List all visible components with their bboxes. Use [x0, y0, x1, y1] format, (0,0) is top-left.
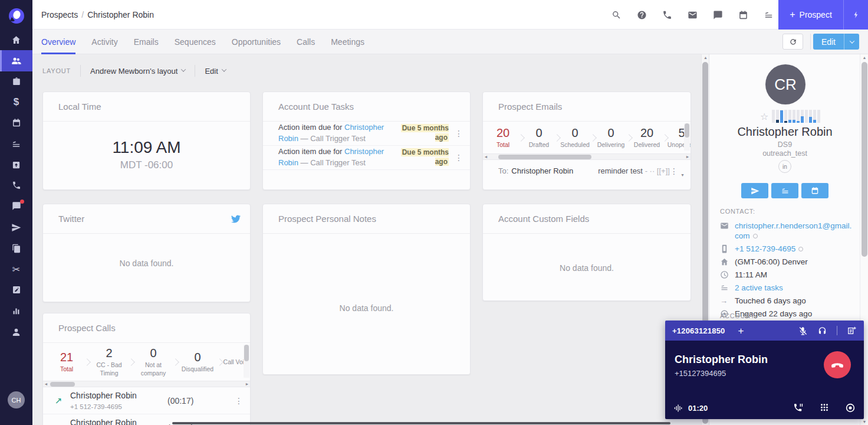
sidebar-item-calendar[interactable] — [0, 113, 32, 133]
sidebar-item-accounts[interactable] — [0, 71, 32, 91]
prospect-name: Christopher Robin — [709, 125, 860, 139]
task-list-icon[interactable] — [764, 10, 774, 20]
call-stats: 21Total 2CC - Bad Timing 0Not at company… — [43, 343, 250, 381]
sidebar-item-snippets[interactable]: ✂ — [0, 259, 32, 279]
task-row[interactable]: Action item due for Christopher Robin — … — [263, 122, 470, 146]
sidebar-item-chat[interactable] — [0, 196, 32, 216]
window-bottom-scrollbar[interactable] — [172, 422, 670, 424]
active-tasks-link[interactable]: 2 active tasks — [735, 283, 783, 293]
scissors-icon: ✂ — [12, 264, 20, 275]
schedule-meeting-button[interactable] — [801, 183, 828, 198]
due-badge: Due 5 months ago — [394, 124, 449, 142]
user-avatar[interactable]: CH — [8, 391, 25, 408]
call-prospect-number: +15127394695 — [675, 369, 726, 378]
edit-button[interactable]: Edit — [813, 34, 859, 50]
tab-sequences[interactable]: Sequences — [175, 30, 216, 54]
tab-overview[interactable]: Overview — [41, 30, 75, 54]
tab-activity[interactable]: Activity — [91, 30, 117, 54]
sidebar-item-outbox[interactable] — [0, 155, 32, 175]
tab-opportunities[interactable]: Opportunities — [232, 30, 281, 54]
task-menu-kebab[interactable]: ⋮ — [455, 153, 463, 162]
call-row[interactable]: ↗ Christopher Robin+1 512-739-4695 (00:1… — [43, 387, 250, 414]
plus-icon: + — [790, 9, 795, 20]
calls-horizontal-scrollbar[interactable]: ◄► — [43, 381, 250, 387]
email-status-icon[interactable] — [753, 234, 758, 238]
sidebar-item-notes[interactable] — [0, 280, 32, 300]
refresh-button[interactable] — [782, 34, 803, 50]
engagement-chart — [772, 110, 820, 123]
sidebar-item-tasks[interactable] — [0, 134, 32, 154]
toolbar-divider — [810, 34, 811, 50]
prospect-email[interactable]: christopher.r.henderson1@gmail.com — [735, 221, 851, 240]
custom-fields-empty-state: No data found. — [483, 263, 691, 273]
layout-edit-button[interactable]: Edit — [205, 67, 225, 76]
quick-actions-button[interactable] — [843, 0, 868, 30]
stat-not-at-company: 0Not at company — [134, 343, 173, 381]
sidebar-item-users-admin[interactable] — [0, 322, 32, 342]
right-scrollbar-thumb[interactable] — [862, 62, 867, 257]
hangup-button[interactable] — [824, 351, 851, 378]
calls-vertical-scrollbar[interactable] — [244, 345, 249, 378]
dialpad-icon[interactable] — [819, 403, 830, 413]
mute-mic-icon[interactable] — [798, 326, 808, 336]
sidebar-item-prospects[interactable] — [0, 50, 32, 71]
due-badge: Due 5 months ago — [394, 148, 449, 166]
search-icon[interactable] — [611, 10, 622, 20]
help-icon[interactable] — [637, 10, 647, 20]
email-stats: 20Total 0Drafted 0Scheduled 0Delivering … — [483, 122, 691, 153]
widget-prospect-calls: Prospect Calls 21Total 2CC - Bad Timing … — [42, 313, 251, 425]
widget-twitter: Twitter No data found. — [42, 204, 251, 302]
prospect-company: outreach_test — [709, 149, 860, 158]
linkedin-icon[interactable]: in — [778, 160, 791, 173]
tab-calls[interactable]: Calls — [297, 30, 315, 54]
call-prospect-name: Christopher Robin — [675, 354, 768, 366]
widget-title: Twitter — [58, 214, 231, 224]
widget-account-custom-fields: Account Custom Fields No data found. — [482, 204, 691, 301]
add-caller-button[interactable]: + — [738, 326, 744, 336]
add-prospect-button[interactable]: +Prospect — [778, 0, 868, 30]
sidebar-item-reports[interactable] — [0, 300, 32, 321]
sidebar-item-calls[interactable] — [0, 175, 32, 195]
sidebar-item-templates[interactable] — [0, 238, 32, 259]
email-row[interactable]: To: Christopher Robin reminder test - ··… — [483, 160, 691, 182]
topbar-actions — [611, 0, 774, 30]
prospect-phone[interactable]: +1 512-739-4695 — [735, 244, 795, 253]
task-menu-kebab[interactable]: ⋮ — [455, 129, 463, 138]
outbound-call-icon: ↗ — [55, 395, 70, 406]
headphones-icon[interactable] — [817, 326, 827, 336]
top-bar: Prospects/Christopher Robin +Prospect — [32, 0, 868, 30]
email-icon[interactable] — [688, 10, 698, 20]
sidebar-item-sequences[interactable] — [0, 217, 32, 237]
tab-emails[interactable]: Emails — [134, 30, 159, 54]
add-task-button[interactable] — [771, 183, 798, 198]
send-email-button[interactable] — [741, 183, 768, 198]
widget-title: Prospect Personal Notes — [278, 214, 461, 224]
record-call-icon[interactable] — [845, 403, 856, 413]
star-icon[interactable]: ☆ — [760, 111, 768, 122]
layout-selector[interactable]: Andrew Mewborn's layout — [90, 67, 185, 76]
phone-status-icon[interactable] — [798, 247, 803, 251]
edit-dropdown-caret[interactable] — [844, 34, 859, 50]
chat-icon[interactable] — [713, 10, 723, 20]
local-timezone: MDT -06:00 — [43, 159, 250, 171]
hold-call-icon[interactable] — [793, 403, 804, 413]
dialer-icon[interactable] — [662, 10, 672, 20]
envelope-icon — [720, 221, 729, 230]
task-row[interactable]: Action item due for Christopher Robin — … — [263, 146, 470, 170]
tasks-icon — [720, 283, 729, 292]
twitter-icon — [231, 214, 241, 224]
tab-meetings[interactable]: Meetings — [331, 30, 364, 54]
call-menu-kebab[interactable]: ⋮ — [235, 397, 243, 405]
emails-vertical-scrollbar[interactable] — [684, 123, 690, 151]
calendar-icon[interactable] — [738, 10, 748, 20]
add-note-icon[interactable] — [847, 326, 857, 336]
sidebar-item-opportunities[interactable]: $ — [0, 92, 32, 112]
sidebar-item-home[interactable] — [0, 30, 32, 50]
call-widget-header: +12063121850 + — [665, 321, 864, 341]
stat-total: 21Total — [49, 343, 84, 381]
widget-title: Account Custom Fields — [498, 214, 681, 224]
breadcrumb-prospects[interactable]: Prospects — [41, 10, 78, 19]
outreach-logo-icon[interactable] — [0, 5, 32, 27]
email-menu-kebab[interactable]: ⋮ — [670, 167, 678, 175]
emails-horizontal-scrollbar[interactable]: ◄► — [483, 153, 691, 160]
